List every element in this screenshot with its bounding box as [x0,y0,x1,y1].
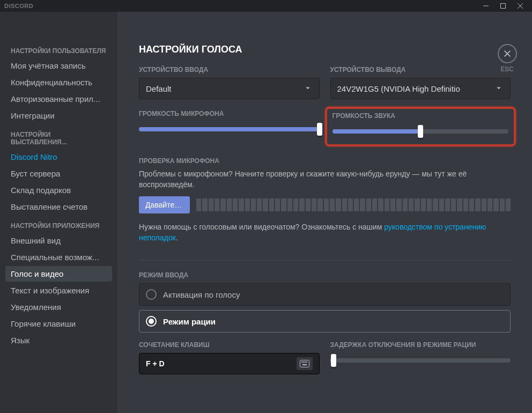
level-bar [245,198,250,211]
level-bar [409,198,413,211]
level-bar [202,198,207,211]
app-body: НАСТРОЙКИ ПОЛЬЗОВАТЕЛЯМоя учётная запись… [0,12,532,413]
level-bar [239,198,243,211]
slider-thumb[interactable] [418,125,423,138]
device-row: УСТРОЙСТВО ВВОДА Default УСТРОЙСТВО ВЫВО… [139,66,511,99]
sidebar-item[interactable]: Внешний вид [5,233,112,248]
level-bar [487,198,492,211]
level-bar [330,198,335,211]
level-bar [348,198,353,211]
level-bar [299,198,304,211]
settings-sidebar[interactable]: НАСТРОЙКИ ПОЛЬЗОВАТЕЛЯМоя учётная запись… [0,12,117,413]
level-bar [354,198,359,211]
sidebar-item[interactable]: Моя учётная запись [5,58,112,73]
slider-fill [139,127,320,131]
volume-row: ГРОМКОСТЬ МИКРОФОНА ГРОМКОСТЬ ЗВУКА [139,110,511,146]
level-bar [269,198,274,211]
slider-fill [332,129,420,134]
level-bar [251,198,256,211]
window-maximize-button[interactable] [496,1,511,11]
level-bar [500,198,505,211]
radio-circle-icon [146,316,157,327]
sidebar-item[interactable]: Горячие клавиши [5,316,112,331]
input-mode-label: РЕЖИМ ВВОДА [139,271,511,279]
chevron-down-icon [494,83,504,94]
sidebar-item[interactable]: Интеграции [5,108,112,123]
input-volume-label: ГРОМКОСТЬ МИКРОФОНА [139,110,320,117]
level-bar [220,198,225,211]
sidebar-header: НАСТРОЙКИ ВЫСТАВЛЕНИЯ... [5,128,112,149]
window-minimize-button[interactable] [478,1,493,11]
sidebar-item[interactable]: Discord Nitro [5,149,112,165]
level-bar [403,198,408,211]
level-bar [293,198,298,211]
output-device-col: УСТРОЙСТВО ВЫВОДА 24V2W1G5 (NVIDIA High … [330,66,511,99]
sidebar-item[interactable]: Конфиденциальность [5,75,112,90]
close-settings-button[interactable] [498,44,517,63]
input-volume-slider[interactable] [139,122,320,137]
input-device-select[interactable]: Default [139,78,320,99]
voice-help-suffix: . [176,233,178,242]
output-volume-slider[interactable] [332,124,509,139]
level-bar [457,198,462,211]
mic-level-meter [196,198,511,211]
sidebar-item[interactable]: Выставление счетов [5,199,112,215]
level-bar [396,198,401,211]
mic-test-button[interactable]: Давайте пр... [139,196,190,213]
svg-rect-7 [305,362,306,363]
level-bar [427,198,432,211]
divider [139,260,511,261]
voice-help-prefix: Нужна помощь с голосовым или видеочатом?… [139,223,384,231]
radio-option[interactable]: Режим рации [139,310,511,333]
shortcut-input[interactable]: F + D [139,353,320,374]
level-bar [233,198,238,211]
slider-thumb[interactable] [331,354,336,367]
sidebar-item[interactable]: Текст и изображения [5,283,112,298]
sidebar-item[interactable]: Авторизованные прил... [5,91,112,107]
sidebar-item[interactable]: Буст сервера [5,166,112,181]
level-bar [215,198,219,211]
titlebar: DISCORD [0,0,532,12]
level-bar [445,198,450,211]
level-bar [281,198,286,211]
level-bar [360,198,365,211]
keyboard-icon [297,357,313,370]
radio-option[interactable]: Активация по голосу [139,283,511,306]
level-bar [451,198,456,211]
release-delay-slider[interactable] [330,353,511,368]
slider-thumb[interactable] [317,123,322,136]
ptt-config-row: СОЧЕТАНИЕ КЛАВИШ F + D ЗАДЕРЖКА ОТКЛЮЧЕН… [139,341,511,374]
level-bar [469,198,474,211]
svg-rect-5 [301,362,302,363]
level-bar [227,198,232,211]
level-bar [342,198,347,211]
level-bar [209,198,213,211]
svg-rect-1 [501,4,506,9]
sidebar-item[interactable]: Уведомления [5,299,112,315]
sidebar-item[interactable]: Специальные возмож... [5,249,112,265]
input-device-label: УСТРОЙСТВО ВВОДА [139,66,320,73]
sidebar-item[interactable]: Склад подарков [5,182,112,198]
level-bar [263,198,268,211]
close-icon [503,49,512,58]
level-bar [366,198,371,211]
release-delay-label: ЗАДЕРЖКА ОТКЛЮЧЕНИЯ В РЕЖИМЕ РАЦИИ [330,341,511,349]
app-window: DISCORD НАСТРОЙКИ ПОЛЬЗОВАТЕЛЯМоя учётна… [0,0,532,413]
level-bar [463,198,468,211]
svg-rect-9 [302,364,307,365]
sidebar-item[interactable]: Голос и видео [5,266,112,282]
sidebar-item[interactable]: Язык [5,333,112,348]
window-close-button[interactable] [513,1,528,11]
level-bar [475,198,480,211]
input-device-value: Default [146,84,172,93]
input-mode-radio-group: Активация по голосуРежим рации [139,283,511,333]
radio-circle-icon [146,289,157,300]
level-bar [415,198,419,211]
output-device-select[interactable]: 24V2W1G5 (NVIDIA High Definitio [330,78,511,99]
shortcut-col: СОЧЕТАНИЕ КЛАВИШ F + D [139,341,320,374]
mic-test-row: Давайте пр... [139,196,511,213]
level-bar [390,198,395,211]
level-bar [317,198,322,211]
level-bar [196,198,201,211]
settings-content: ESC НАСТРОЙКИ ГОЛОСА УСТРОЙСТВО ВВОДА De… [117,12,532,413]
